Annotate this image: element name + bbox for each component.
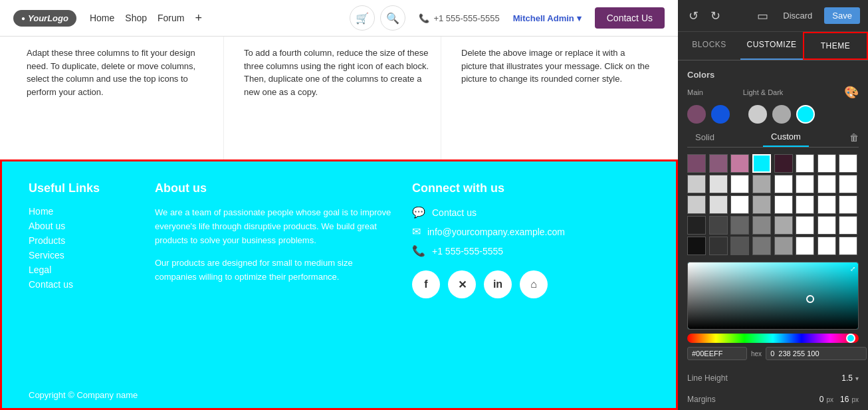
color-cell[interactable] [796, 237, 814, 255]
color-cell[interactable] [796, 216, 814, 235]
color-cell[interactable] [817, 237, 836, 255]
footer-link-contact[interactable]: Contact us [29, 279, 135, 290]
spectrum-handle[interactable] [846, 334, 855, 343]
logo-text: YourLogo [28, 13, 68, 23]
color-cell[interactable] [730, 216, 749, 235]
color-cell[interactable] [817, 216, 836, 235]
color-cell[interactable] [839, 175, 857, 193]
color-cell[interactable] [687, 154, 706, 173]
color-cell[interactable] [796, 195, 814, 214]
line-height-chevron: ▾ [855, 375, 859, 382]
color-cell[interactable] [730, 195, 749, 214]
palette-icon[interactable]: 🎨 [844, 85, 859, 100]
linkedin-icon[interactable]: in [484, 270, 512, 298]
chat-icon: 💬 [412, 206, 425, 219]
tab-customize[interactable]: CUSTOMIZE [740, 32, 803, 60]
home-icon[interactable]: ⌂ [520, 270, 548, 298]
undo-button[interactable]: ↺ [686, 6, 701, 26]
subtab-solid[interactable]: Solid [687, 128, 722, 146]
hex-input[interactable] [687, 347, 747, 360]
color-cell[interactable] [730, 175, 749, 193]
delete-icon[interactable]: 🗑 [849, 132, 859, 143]
contact-button[interactable]: Contact Us [595, 7, 665, 29]
color-cell[interactable] [774, 154, 793, 173]
footer-link-about[interactable]: About us [29, 221, 135, 231]
color-cell[interactable] [774, 175, 793, 193]
color-cell[interactable] [796, 154, 814, 173]
color-cell[interactable] [817, 195, 836, 214]
phone-connect-icon: 📞 [412, 245, 425, 257]
footer-link-products[interactable]: Products [29, 235, 135, 246]
color-cell[interactable] [774, 216, 793, 235]
logo[interactable]: ● YourLogo [13, 10, 76, 27]
content-columns: Adapt these three columns to fit your de… [0, 37, 678, 159]
color-cell[interactable] [687, 175, 706, 193]
light-color-3[interactable] [796, 105, 815, 124]
margins-row: Margins 0 px 16 px [687, 395, 859, 404]
search-icon[interactable]: 🔍 [380, 5, 405, 31]
color-cell[interactable] [709, 175, 728, 193]
light-color-1[interactable] [748, 105, 767, 124]
color-cell[interactable] [817, 154, 836, 173]
tab-theme[interactable]: THEME [803, 32, 868, 60]
rgba-input[interactable] [766, 347, 867, 360]
color-cell[interactable] [752, 154, 771, 173]
cart-icon[interactable]: 🛒 [350, 5, 375, 31]
nav-shop[interactable]: Shop [125, 13, 147, 23]
spectrum-bar[interactable] [687, 334, 859, 343]
expand-icon[interactable]: ⤢ [850, 265, 855, 272]
connect-phone-label: +1 555-555-5555 [432, 246, 503, 256]
color-cell[interactable] [817, 175, 836, 193]
color-cell[interactable] [687, 216, 706, 235]
footer-link-legal[interactable]: Legal [29, 264, 135, 275]
main-color-2[interactable] [711, 105, 730, 124]
main-area: ● YourLogo Home Shop Forum + 🛒 🔍 📞 +1 55… [0, 0, 678, 410]
facebook-icon[interactable]: f [412, 270, 440, 298]
color-cell[interactable] [774, 237, 793, 255]
color-cell[interactable] [730, 237, 749, 255]
nav-add-icon[interactable]: + [195, 11, 202, 25]
footer-link-services[interactable]: Services [29, 250, 135, 260]
color-cell[interactable] [709, 216, 728, 235]
picker-handle[interactable] [806, 295, 814, 303]
color-cell[interactable] [774, 195, 793, 214]
color-cell[interactable] [752, 175, 771, 193]
content-col-2-text: To add a fourth column, reduce the size … [244, 47, 434, 98]
color-gradient[interactable] [688, 262, 858, 329]
discard-button[interactable]: Discard [778, 7, 817, 24]
color-cell[interactable] [709, 154, 728, 173]
color-cell[interactable] [839, 216, 857, 235]
color-cell[interactable] [709, 195, 728, 214]
color-picker[interactable]: ⤢ [687, 262, 859, 330]
connect-email-label: info@yourcompany.example.com [427, 227, 565, 237]
email-icon: ✉ [412, 225, 421, 238]
color-cell[interactable] [839, 195, 857, 214]
color-cell[interactable] [730, 154, 749, 173]
twitter-icon[interactable]: ✕ [448, 270, 476, 298]
color-cell[interactable] [709, 237, 728, 255]
nav-home[interactable]: Home [90, 13, 114, 23]
color-cell[interactable] [687, 237, 706, 255]
about-heading: About us [155, 181, 392, 195]
phone-icon: 📞 [419, 13, 429, 23]
tab-blocks[interactable]: BLOCKS [678, 32, 740, 60]
subtab-custom[interactable]: Custom [763, 128, 809, 147]
color-cell[interactable] [839, 154, 857, 173]
save-button[interactable]: Save [824, 7, 860, 24]
connect-phone: 📞 +1 555-555-5555 [412, 245, 649, 257]
color-cell[interactable] [752, 216, 771, 235]
color-cell[interactable] [752, 237, 771, 255]
content-col-1: Adapt these three columns to fit your de… [20, 37, 224, 159]
color-cell[interactable] [839, 237, 857, 255]
color-cell[interactable] [752, 195, 771, 214]
device-toggle-button[interactable]: ▭ [754, 6, 771, 26]
color-cell[interactable] [796, 175, 814, 193]
nav-user[interactable]: Mitchell Admin ▾ [513, 13, 582, 23]
footer-link-home[interactable]: Home [29, 206, 135, 217]
line-height-row: Line Height 1.5 ▾ [687, 373, 859, 383]
main-color-1[interactable] [687, 105, 706, 124]
redo-button[interactable]: ↻ [708, 6, 723, 26]
light-color-2[interactable] [772, 105, 791, 124]
color-cell[interactable] [687, 195, 706, 214]
nav-forum[interactable]: Forum [158, 13, 184, 23]
